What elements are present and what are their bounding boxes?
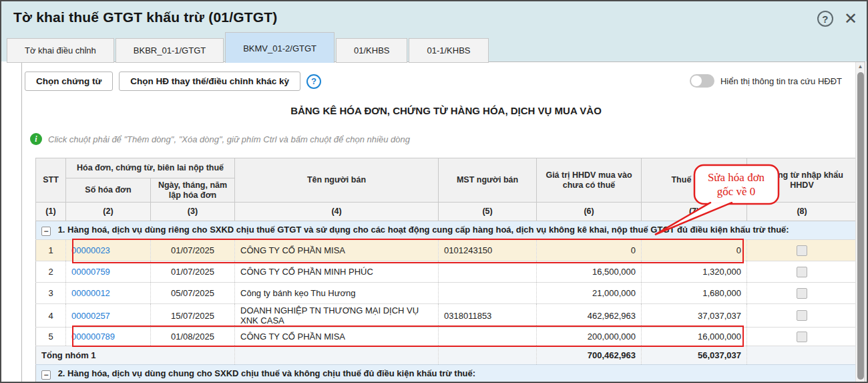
header-seller-name: Tên người bán [235, 158, 439, 203]
col-number: (4) [235, 203, 439, 221]
invoice-date-cell[interactable]: 01/08/2025 [151, 328, 235, 346]
invoice-date-cell[interactable]: 01/07/2025 [151, 261, 235, 283]
group-1-total-value: 700,462,963 [537, 346, 642, 365]
import-doc-checkbox[interactable] [797, 245, 807, 256]
import-doc-checkbox[interactable] [797, 267, 807, 277]
value-cell[interactable]: 462,962,963 [537, 304, 642, 328]
vertical-scrollbar[interactable]: ▲ [855, 62, 865, 383]
col-number: (6) [537, 203, 642, 221]
header-stt: STT [36, 158, 66, 203]
select-voucher-button[interactable]: Chọn chứng từ [25, 72, 113, 91]
toggle-knob [691, 76, 702, 86]
scrollbar-thumb[interactable] [857, 72, 864, 380]
group-1-total-label: Tổng nhóm 1 [36, 346, 235, 365]
col-number: (5) [439, 203, 537, 221]
col-number: (2) [66, 203, 151, 221]
header-invoice-date: Ngày, tháng, năm lập hóa đơn [151, 178, 235, 203]
table-row-2[interactable]: 2 00000759 01/07/2025 CÔNG TY CỔ PHẦN MI… [36, 261, 857, 283]
invoice-date-cell[interactable]: 15/07/2025 [151, 304, 235, 328]
group-1-total-vat: 56,037,037 [642, 346, 747, 365]
seller-tax-cell[interactable] [439, 283, 537, 304]
seller-name-cell[interactable]: DOANH NGHIỆP TN THƯƠNG MẠI DỊCH VỤ XNK C… [235, 304, 439, 328]
stt-cell: 4 [36, 304, 66, 328]
import-doc-cell [747, 283, 857, 304]
col-number: (8) [747, 203, 857, 221]
invoice-number-link[interactable]: 000000789 [66, 328, 151, 346]
section-1-row: − 1. Hàng hoá, dịch vụ dùng riêng cho SX… [36, 221, 857, 240]
collapse-section-1-icon[interactable]: − [41, 227, 51, 236]
import-doc-cell [747, 328, 857, 346]
invoice-date-cell[interactable]: 05/07/2025 [151, 283, 235, 304]
stt-cell: 2 [36, 261, 66, 283]
import-doc-checkbox[interactable] [797, 332, 807, 342]
header-invoice-no: Số hóa đơn [66, 178, 151, 203]
seller-name-cell[interactable]: CÔNG TY CỔ PHẦN MISA [235, 328, 439, 346]
window-help-icon[interactable]: ? [817, 11, 833, 27]
header-import-doc: Chứng từ nhập khẩu HHDV [747, 158, 857, 203]
stt-cell: 3 [36, 283, 66, 304]
scroll-up-icon[interactable]: ▲ [856, 63, 865, 70]
tab-bar: Tờ khai điều chỉnh BKBR_01-1/GTGT BKMV_0… [7, 32, 489, 63]
seller-tax-cell[interactable] [439, 261, 537, 283]
select-replacement-invoice-button[interactable]: Chọn HĐ thay thế/điều chỉnh khác kỳ [119, 72, 300, 91]
import-doc-checkbox[interactable] [797, 310, 807, 321]
tab-bkmv-01-2-gtgt[interactable]: BKMV_01-2/GTGT [225, 32, 335, 63]
stt-cell: 1 [36, 240, 66, 261]
invoice-number-link[interactable]: 00000012 [66, 283, 151, 304]
section-2-label: 2. Hàng hóa, dịch vụ dùng chung cho SXKD… [58, 368, 476, 378]
close-icon[interactable]: ✕ [844, 11, 857, 27]
invoice-number-link[interactable]: 00000257 [66, 304, 151, 328]
toolbar: Chọn chứng từ Chọn HĐ thay thế/điều chỉn… [25, 72, 321, 91]
value-cell[interactable]: 200,000,000 [537, 328, 642, 346]
hddt-lookup-toggle[interactable] [690, 74, 714, 88]
tab-bkbr-01-1-gtgt[interactable]: BKBR_01-1/GTGT [116, 38, 224, 63]
seller-tax-cell[interactable] [439, 328, 537, 346]
vat-cell[interactable]: 0 [642, 240, 747, 261]
value-cell[interactable]: 0 [537, 240, 642, 261]
tab-to-khai-dieu-chinh[interactable]: Tờ khai điều chỉnh [7, 38, 114, 63]
invoice-number-link[interactable]: 00000023 [66, 240, 151, 261]
header-vat: Thuế GTGT [642, 158, 747, 203]
col-number: (3) [151, 203, 235, 221]
collapse-section-2-icon[interactable]: − [41, 370, 51, 380]
hddt-lookup-toggle-label: Hiển thị thông tin tra cứu HĐĐT [720, 76, 842, 86]
seller-tax-cell[interactable]: 0101243150 [439, 240, 537, 261]
value-cell[interactable]: 21,000,000 [537, 283, 642, 304]
vat-cell[interactable]: 37,037,037 [642, 304, 747, 328]
col-number: (7) [642, 203, 747, 221]
toolbar-help-icon[interactable]: ? [306, 74, 321, 89]
invoice-table: STT Hóa đơn, chứng từ, biên lai nộp thuế… [35, 158, 857, 383]
hint-note: i Click chuột phải để "Thêm dòng", "Xóa … [30, 133, 410, 145]
invoice-number-link[interactable]: 00000759 [66, 261, 151, 283]
column-number-row: (1) (2) (3) (4) (5) (6) (7) (8) [36, 203, 857, 221]
col-number: (1) [36, 203, 66, 221]
hint-note-text: Click chuột phải để "Thêm dòng", "Xóa dò… [48, 134, 410, 144]
tab-01-khbs[interactable]: 01/KHBS [336, 38, 407, 63]
seller-name-cell[interactable]: CÔNG TY CỔ PHẦN MINH PHÚC [235, 261, 439, 283]
import-doc-checkbox[interactable] [797, 288, 807, 299]
header-seller-tax: MST người bán [439, 158, 537, 203]
table-row-3[interactable]: 3 00000012 05/07/2025 Công ty bánh kẹo T… [36, 283, 857, 304]
content-panel: Chọn chứng từ Chọn HĐ thay thế/điều chỉn… [21, 61, 865, 383]
vat-cell[interactable]: 1,680,000 [642, 283, 747, 304]
table-row-4[interactable]: 4 00000257 15/07/2025 DOANH NGHIỆP TN TH… [36, 304, 857, 328]
table-row-5[interactable]: 5 000000789 01/08/2025 CÔNG TY CỔ PHẦN M… [36, 328, 857, 346]
section-2-row: − 2. Hàng hóa, dịch vụ dùng chung cho SX… [36, 365, 857, 383]
seller-name-cell[interactable]: Công ty bánh kẹo Thu Hương [235, 283, 439, 304]
tab-01-1-khbs[interactable]: 01-1/KHBS [409, 38, 488, 63]
header-value: Giá trị HHDV mua vào chưa có thuế [537, 158, 642, 203]
stt-cell: 5 [36, 328, 66, 346]
info-icon: i [30, 133, 42, 145]
vat-cell[interactable]: 16,000,000 [642, 328, 747, 346]
import-doc-cell [747, 304, 857, 328]
table-row-1[interactable]: 1 00000023 01/07/2025 CÔNG TY CỔ PHẦN MI… [36, 240, 857, 261]
sheet-title: BẢNG KÊ HÓA ĐƠN, CHỨNG TỪ HÀNG HÓA, DỊCH… [35, 105, 857, 116]
section-1-label: 1. Hàng hoá, dịch vụ dùng riêng cho SXKD… [58, 225, 789, 235]
seller-name-cell[interactable]: CÔNG TY CỔ PHẦN MISA [235, 240, 439, 261]
invoice-date-cell[interactable]: 01/07/2025 [151, 240, 235, 261]
seller-tax-cell[interactable]: 0318011853 [439, 304, 537, 328]
import-doc-cell [747, 240, 857, 261]
vat-cell[interactable]: 1,320,000 [642, 261, 747, 283]
value-cell[interactable]: 16,500,000 [537, 261, 642, 283]
window-title: Tờ khai thuế GTGT khấu trừ (01/GTGT) [13, 9, 278, 25]
